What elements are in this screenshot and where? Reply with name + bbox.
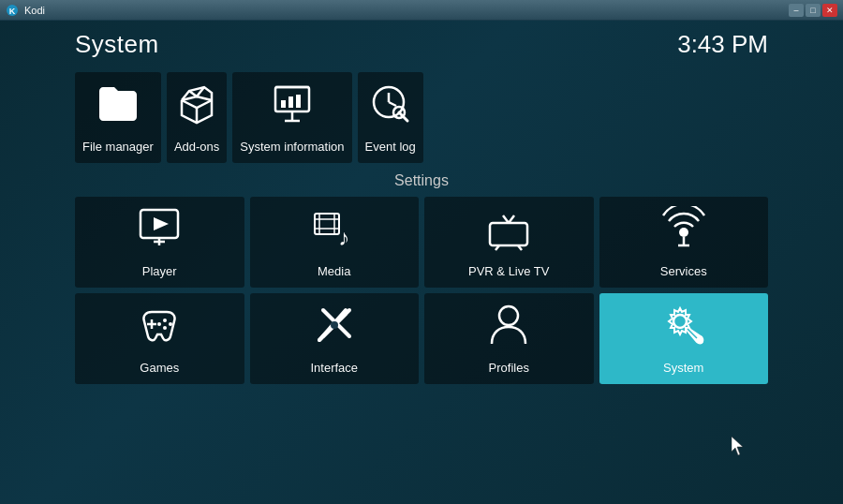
- svg-line-12: [389, 102, 396, 106]
- minimize-button[interactable]: –: [789, 4, 804, 17]
- svg-point-30: [679, 228, 688, 237]
- play-icon: [137, 206, 182, 257]
- presentation-icon: [270, 82, 315, 132]
- grid-item-games[interactable]: Games: [75, 293, 244, 384]
- top-row: File manager Add-ons: [75, 72, 768, 163]
- kodi-icon: K: [6, 4, 19, 17]
- titlebar-controls: – □ ✕: [789, 4, 837, 17]
- clock: 3:43 PM: [677, 30, 768, 59]
- svg-point-36: [169, 322, 172, 326]
- svg-point-38: [157, 322, 161, 326]
- media-label: Media: [318, 264, 350, 278]
- settings-section: Settings Player: [75, 172, 768, 495]
- profiles-label: Profiles: [489, 361, 529, 375]
- box-icon: [174, 82, 219, 132]
- maximize-button[interactable]: □: [806, 4, 821, 17]
- grid-item-system-information[interactable]: System information: [232, 72, 351, 163]
- svg-rect-19: [315, 214, 339, 234]
- services-label: Services: [660, 264, 707, 278]
- svg-point-45: [673, 315, 687, 328]
- pvr-live-tv-label: PVR & Live TV: [468, 264, 549, 278]
- svg-point-43: [331, 321, 338, 329]
- main-content: System 3:43 PM File manager: [0, 21, 843, 504]
- games-label: Games: [140, 361, 179, 375]
- svg-point-44: [499, 306, 518, 325]
- svg-text:K: K: [9, 7, 16, 16]
- grid-item-services[interactable]: Services: [599, 197, 769, 288]
- grid-item-event-log[interactable]: Event log: [358, 72, 423, 163]
- svg-rect-7: [288, 96, 293, 108]
- svg-text:♪: ♪: [338, 225, 349, 250]
- folder-icon: [96, 82, 140, 132]
- page-title: System: [75, 30, 159, 59]
- svg-rect-27: [490, 223, 527, 245]
- tv-icon: [486, 206, 531, 257]
- window-title: Kodi: [24, 5, 45, 16]
- grid-item-interface[interactable]: Interface: [250, 293, 420, 384]
- person-icon: [486, 303, 531, 353]
- titlebar-left: K Kodi: [6, 4, 45, 17]
- gear-wrench-icon: [661, 303, 706, 353]
- grid-item-system[interactable]: System: [599, 293, 769, 384]
- media-icon: ♪: [312, 206, 357, 257]
- header: System 3:43 PM: [75, 30, 768, 59]
- file-manager-label: File manager: [82, 140, 154, 154]
- close-button[interactable]: ✕: [822, 4, 837, 17]
- add-ons-label: Add-ons: [174, 140, 219, 154]
- interface-label: Interface: [310, 361, 358, 375]
- grid-item-add-ons[interactable]: Add-ons: [167, 72, 227, 163]
- svg-rect-6: [281, 100, 286, 108]
- svg-point-35: [163, 319, 167, 322]
- system-settings-label: System: [663, 361, 703, 375]
- svg-point-37: [163, 326, 167, 330]
- event-log-icon: [368, 82, 413, 132]
- settings-label: Settings: [75, 172, 768, 189]
- grid-item-pvr-live-tv[interactable]: PVR & Live TV: [424, 197, 594, 288]
- interface-icon: [312, 303, 357, 353]
- system-information-label: System information: [240, 140, 344, 154]
- settings-grid: Player ♪ Media: [75, 197, 768, 384]
- titlebar: K Kodi – □ ✕: [0, 0, 843, 21]
- player-label: Player: [142, 264, 177, 278]
- gamepad-icon: [137, 303, 182, 353]
- podcast-icon: [661, 206, 706, 257]
- grid-item-player[interactable]: Player: [75, 197, 244, 288]
- grid-item-profiles[interactable]: Profiles: [424, 293, 594, 384]
- svg-marker-16: [154, 217, 169, 230]
- grid-item-media[interactable]: ♪ Media: [250, 197, 420, 288]
- svg-rect-8: [296, 95, 301, 108]
- grid-item-file-manager[interactable]: File manager: [75, 72, 161, 163]
- event-log-label: Event log: [365, 140, 416, 154]
